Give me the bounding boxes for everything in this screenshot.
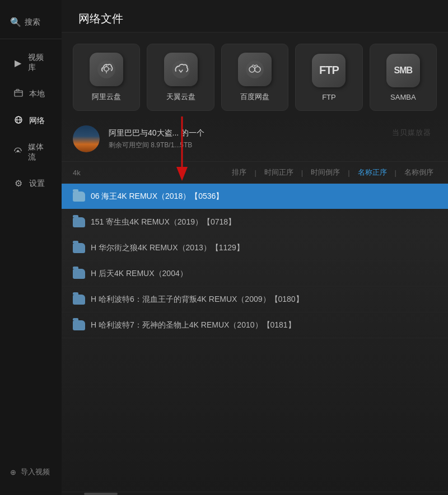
account-name: 阿里巴巴与40大盗... 的一个 xyxy=(109,128,437,138)
sidebar-item-label: 视频库 xyxy=(28,53,48,73)
service-ftp[interactable]: FTP FTP xyxy=(295,44,362,111)
sort-time-asc-button[interactable]: 时间正序 xyxy=(261,166,297,179)
file-row[interactable]: 151 寄生虫4K REMUX（2019）【0718】 xyxy=(62,209,448,235)
file-name: H 哈利波特7：死神的圣物上4K REMUX（2010）【0181】 xyxy=(91,320,437,330)
sidebar-item-network[interactable]: 网络 xyxy=(3,109,58,133)
sort-divider-4: | xyxy=(395,169,396,177)
main-content: 网络文件 阿里云盘 xyxy=(62,0,448,495)
search-button[interactable]: 🔍 搜索 xyxy=(0,11,62,33)
bottom-scrollbar[interactable] xyxy=(62,492,448,495)
service-samba[interactable]: SMB SAMBA xyxy=(370,44,437,111)
sort-divider-3: | xyxy=(348,169,349,177)
svg-rect-0 xyxy=(15,91,22,96)
sidebar-item-label: 网络 xyxy=(29,116,45,126)
sidebar-item-local[interactable]: 本地 xyxy=(3,82,58,106)
sidebar: 🔍 搜索 ▶ 视频库 本地 网络 xyxy=(0,0,62,495)
service-baidu[interactable]: 百度网盘 xyxy=(221,44,288,111)
sidebar-divider xyxy=(0,39,62,39)
baidu-label: 百度网盘 xyxy=(240,92,269,102)
folder-icon xyxy=(73,243,85,253)
search-icon: 🔍 xyxy=(10,17,20,27)
folder-icon xyxy=(73,269,85,279)
file-name: H 华尔街之狼4K REMUX（2013）【1129】 xyxy=(91,243,437,253)
scrollbar-thumb[interactable] xyxy=(84,493,118,495)
sort-bar: 4k 排序 | 时间正序 | 时间倒序 | 名称正序 | 名称倒序 xyxy=(62,162,448,184)
sort-order-button[interactable]: 排序 xyxy=(228,166,250,179)
bg-area: 当贝媒放器 阿里巴巴与40大盗... 的一个 剩余可用空间 8.9TB/1...… xyxy=(62,116,448,495)
local-icon xyxy=(13,88,24,100)
settings-icon: ⚙ xyxy=(13,178,24,189)
folder-icon xyxy=(73,192,85,202)
import-icon: ⊕ xyxy=(10,468,16,477)
search-label: 搜索 xyxy=(25,17,40,27)
file-row[interactable]: H 后天4K REMUX（2004） xyxy=(62,261,448,287)
file-name: H 后天4K REMUX（2004） xyxy=(91,269,437,279)
sidebar-item-video-library[interactable]: ▶ 视频库 xyxy=(3,46,58,80)
service-aliyun[interactable]: 阿里云盘 xyxy=(73,44,140,111)
import-label: 导入视频 xyxy=(21,467,50,477)
page-title: 网络文件 xyxy=(78,11,431,26)
account-space: 剩余可用空间 8.9TB/1...5TB xyxy=(109,141,437,150)
ftp-label: FTP xyxy=(322,93,336,101)
sidebar-item-media-stream[interactable]: 媒体流 xyxy=(3,136,58,169)
svg-point-7 xyxy=(172,60,190,78)
svg-marker-12 xyxy=(176,167,188,181)
import-video-button[interactable]: ⊕ 导入视频 xyxy=(0,460,62,484)
avatar xyxy=(73,125,100,152)
services-grid: 阿里云盘 天翼云盘 xyxy=(73,44,437,111)
ftp-icon: FTP xyxy=(312,54,346,87)
folder-icon xyxy=(73,295,85,305)
tianyi-icon xyxy=(164,53,198,86)
svg-point-5 xyxy=(97,60,115,78)
sidebar-bottom: ⊕ 导入视频 xyxy=(0,460,62,495)
account-bar: 阿里巴巴与40大盗... 的一个 剩余可用空间 8.9TB/1...5TB xyxy=(62,116,448,162)
account-info: 阿里巴巴与40大盗... 的一个 剩余可用空间 8.9TB/1...5TB xyxy=(109,128,437,150)
file-row[interactable]: H 哈利波特6：混血王子的背叛4K REMUX（2009）【0180】 xyxy=(62,287,448,312)
services-section: 阿里云盘 天翼云盘 xyxy=(62,32,448,116)
sort-category-label: 4k xyxy=(73,169,81,177)
sort-name-asc-button[interactable]: 名称正序 xyxy=(354,166,390,179)
sort-divider-1: | xyxy=(254,169,256,177)
network-icon xyxy=(13,115,24,127)
file-row[interactable]: 06 海王4K REMUX（2018）【0536】 xyxy=(62,184,448,209)
sort-divider-2: | xyxy=(301,169,303,177)
aliyun-label: 阿里云盘 xyxy=(92,92,121,102)
svg-rect-1 xyxy=(16,90,19,91)
baidu-icon xyxy=(238,53,272,86)
file-name: H 哈利波特6：混血王子的背叛4K REMUX（2009）【0180】 xyxy=(91,295,437,305)
file-name: 151 寄生虫4K REMUX（2019）【0718】 xyxy=(91,217,437,227)
file-name: 06 海王4K REMUX（2018）【0536】 xyxy=(91,192,437,202)
service-tianyi[interactable]: 天翼云盘 xyxy=(147,44,214,111)
folder-icon xyxy=(73,217,85,227)
samba-label: SAMBA xyxy=(390,93,416,101)
samba-icon: SMB xyxy=(386,54,420,87)
media-stream-icon xyxy=(13,147,22,158)
video-library-icon: ▶ xyxy=(13,58,22,68)
sidebar-item-label: 设置 xyxy=(29,179,45,189)
sort-name-desc-button[interactable]: 名称倒序 xyxy=(401,166,437,179)
file-row[interactable]: H 哈利波特7：死神的圣物上4K REMUX（2010）【0181】 xyxy=(62,312,448,338)
file-row[interactable]: H 华尔街之狼4K REMUX（2013）【1129】 xyxy=(62,235,448,261)
sidebar-item-label: 本地 xyxy=(29,89,45,99)
avatar-image xyxy=(73,125,100,152)
sidebar-item-label: 媒体流 xyxy=(28,142,48,162)
file-list: 06 海王4K REMUX（2018）【0536】 151 寄生虫4K REMU… xyxy=(62,184,448,492)
folder-icon xyxy=(73,320,85,330)
page-header: 网络文件 xyxy=(62,0,448,32)
sort-time-desc-button[interactable]: 时间倒序 xyxy=(307,166,343,179)
aliyun-icon xyxy=(90,53,123,86)
arrow-annotation xyxy=(171,116,193,184)
tianyi-label: 天翼云盘 xyxy=(166,92,195,102)
account-section: 阿里巴巴与40大盗... 的一个 剩余可用空间 8.9TB/1...5TB xyxy=(62,116,448,162)
sidebar-item-settings[interactable]: ⚙ 设置 xyxy=(3,171,58,195)
